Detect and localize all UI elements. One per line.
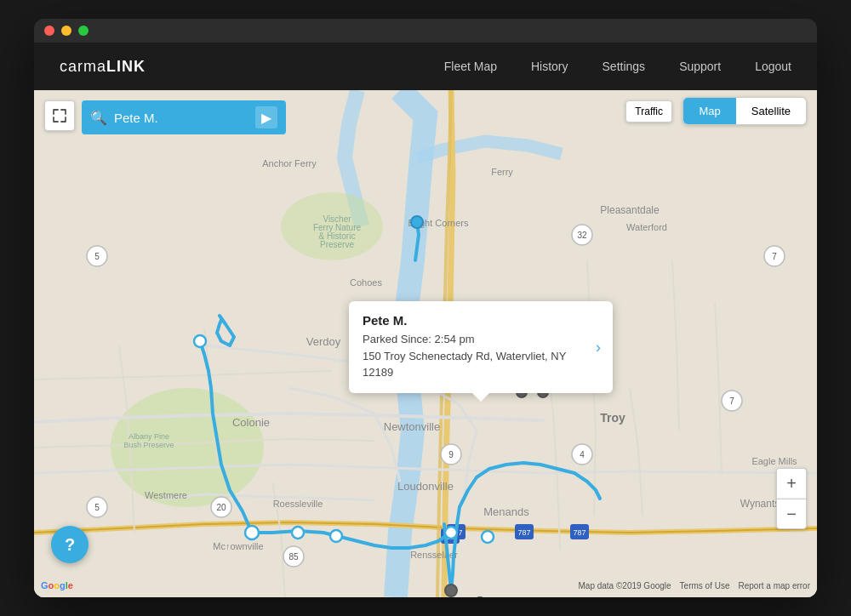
map-footer: Map data ©2019 Google Terms of Use Repor…: [578, 581, 810, 590]
svg-text:32: 32: [577, 231, 587, 240]
map-type-map-button[interactable]: Map: [683, 98, 735, 124]
search-icon: 🔍: [90, 110, 107, 126]
svg-point-55: [194, 335, 206, 347]
zoom-controls: + −: [776, 468, 807, 529]
svg-text:85: 85: [288, 552, 299, 562]
nav-bar: carmaLINK Fleet Map History Settings Sup…: [34, 43, 817, 90]
close-dot[interactable]: [44, 26, 54, 36]
svg-text:Pleasantdale: Pleasantdale: [600, 204, 660, 216]
svg-text:Troy: Troy: [600, 411, 625, 425]
svg-point-61: [445, 585, 457, 596]
svg-text:Verdoy: Verdoy: [306, 335, 341, 348]
svg-point-56: [245, 526, 259, 539]
svg-text:5: 5: [94, 252, 100, 261]
terms-of-use-link[interactable]: Terms of Use: [680, 581, 730, 590]
search-go-button[interactable]: ▶: [255, 106, 277, 128]
fullscreen-button[interactable]: [44, 100, 75, 131]
svg-point-59: [445, 527, 457, 539]
nav-item-fleet-map[interactable]: Fleet Map: [444, 59, 497, 74]
svg-point-57: [292, 527, 304, 539]
svg-text:Menands: Menands: [483, 505, 529, 518]
popup-parked-detail: Parked Since: 2:54 pm: [363, 331, 599, 348]
svg-point-58: [330, 530, 342, 542]
maximize-dot[interactable]: [78, 26, 89, 36]
svg-text:Ferry: Ferry: [491, 167, 513, 177]
svg-text:Roessleville: Roessleville: [273, 499, 323, 509]
svg-text:Waterford: Waterford: [626, 222, 667, 232]
nav-item-history[interactable]: History: [531, 59, 568, 74]
svg-text:7: 7: [772, 252, 777, 261]
nav-item-support[interactable]: Support: [679, 59, 721, 74]
report-error-link[interactable]: Report a map error: [739, 581, 810, 590]
svg-text:Loudonville: Loudonville: [397, 480, 454, 493]
svg-text:Newtonville: Newtonville: [384, 420, 440, 433]
zoom-in-button[interactable]: +: [776, 468, 807, 499]
svg-text:Preserve: Preserve: [320, 240, 354, 249]
nav-links: Fleet Map History Settings Support Logou…: [444, 59, 791, 74]
svg-text:Albany Pine: Albany Pine: [129, 432, 169, 441]
svg-text:787: 787: [573, 528, 585, 537]
svg-text:5: 5: [94, 503, 100, 512]
svg-text:20: 20: [216, 503, 226, 512]
nav-item-logout[interactable]: Logout: [755, 59, 791, 74]
nav-item-settings[interactable]: Settings: [603, 59, 646, 74]
svg-text:Cohoes: Cohoes: [350, 277, 382, 288]
svg-text:787: 787: [517, 528, 530, 537]
map-type-toggle: Map Satellite: [683, 97, 807, 125]
help-button[interactable]: ?: [51, 526, 89, 563]
vehicle-info-popup: Pete M. Parked Since: 2:54 pm 150 Troy S…: [349, 301, 613, 393]
svg-text:Colonie: Colonie: [232, 416, 270, 429]
title-bar: [34, 19, 817, 43]
minimize-dot[interactable]: [61, 26, 71, 36]
google-logo: Google: [41, 580, 73, 590]
traffic-button[interactable]: Traffic: [625, 100, 672, 123]
map-data-label: Map data ©2019 Google: [578, 581, 671, 590]
popup-detail-arrow[interactable]: ›: [596, 338, 601, 356]
logo: carmaLINK: [60, 58, 146, 76]
search-text: Pete M.: [114, 111, 248, 125]
popup-vehicle-name: Pete M.: [363, 313, 599, 328]
svg-text:Rensselaer: Rensselaer: [410, 550, 458, 560]
svg-text:Anchor Ferry: Anchor Ferry: [262, 158, 317, 168]
app-window: carmaLINK Fleet Map History Settings Sup…: [34, 19, 817, 597]
map-container: 5 5 20 85 9 4 32 7 7 787 787 787: [34, 90, 817, 597]
zoom-out-button[interactable]: −: [776, 499, 807, 529]
svg-text:Bush Preserve: Bush Preserve: [123, 441, 174, 449]
svg-text:Mc↑ownville: Mc↑ownville: [213, 541, 263, 551]
svg-point-62: [411, 216, 423, 228]
svg-point-60: [482, 531, 494, 543]
svg-text:Eagle Mills: Eagle Mills: [751, 456, 797, 466]
svg-text:4: 4: [580, 450, 585, 459]
map-type-satellite-button[interactable]: Satellite: [736, 98, 806, 124]
search-bar[interactable]: 🔍 Pete M. ▶: [82, 100, 286, 134]
svg-text:9: 9: [448, 450, 454, 459]
svg-text:7: 7: [729, 396, 734, 406]
svg-text:Westmere: Westmere: [145, 490, 187, 500]
popup-address: 150 Troy Schenectady Rd, Watervliet, NY …: [363, 348, 599, 381]
